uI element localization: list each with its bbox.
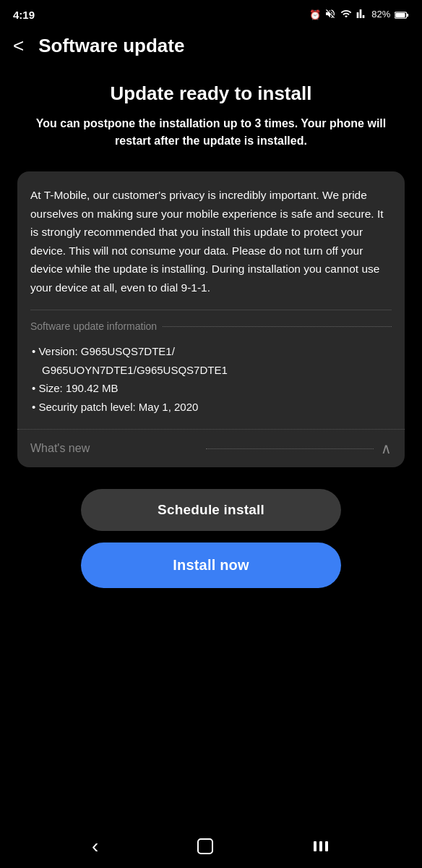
mute-icon <box>324 8 336 22</box>
nav-bar: ‹ <box>0 825 422 868</box>
detail-security-patch: • Security patch level: May 1, 2020 <box>30 398 392 417</box>
update-title: Update ready to install <box>17 82 405 105</box>
schedule-install-button[interactable]: Schedule install <box>81 489 341 531</box>
battery-text: 82% <box>371 9 409 20</box>
software-info-label: Software update information <box>30 320 157 332</box>
buttons-area: Schedule install Install now <box>0 467 422 603</box>
detail-size: • Size: 190.42 MB <box>30 379 392 398</box>
svg-rect-4 <box>314 841 316 851</box>
info-text: At T-Mobile, our customer's privacy is i… <box>30 186 392 297</box>
nav-recents-button[interactable] <box>297 831 345 861</box>
svg-rect-3 <box>198 839 212 854</box>
chevron-up-icon: ∧ <box>381 440 392 457</box>
wifi-icon <box>340 8 353 22</box>
install-now-button[interactable]: Install now <box>81 542 341 588</box>
status-time: 4:19 <box>13 9 35 21</box>
whats-new-label: What's new <box>30 442 199 455</box>
software-info-section: Software update information <box>30 310 392 339</box>
svg-rect-5 <box>319 841 322 851</box>
back-button[interactable]: < <box>7 33 30 58</box>
whats-new-section[interactable]: What's new ∧ <box>17 429 405 467</box>
update-details: • Version: G965USQS7DTE1/ G965UOYN7DTE1/… <box>30 339 392 429</box>
alarm-icon: ⏰ <box>309 9 321 20</box>
status-icons: ⏰ 82% <box>309 8 409 22</box>
page-title: Software update <box>38 35 184 57</box>
nav-home-button[interactable] <box>181 831 229 861</box>
whats-new-divider <box>206 448 374 449</box>
svg-rect-2 <box>395 13 405 17</box>
toolbar: < Software update <box>0 26 422 68</box>
update-subtitle: You can postpone the installation up to … <box>17 115 405 150</box>
signal-icon <box>356 8 368 22</box>
svg-rect-1 <box>407 14 409 17</box>
main-content: Update ready to install You can postpone… <box>0 68 422 467</box>
divider-line <box>163 326 392 327</box>
svg-rect-6 <box>325 841 328 851</box>
info-card: At T-Mobile, our customer's privacy is i… <box>17 171 405 467</box>
detail-version-line1: • Version: G965USQS7DTE1/ <box>30 342 392 361</box>
status-bar: 4:19 ⏰ 82% <box>0 0 422 26</box>
detail-version-line2: G965UOYN7DTE1/G965USQS7DTE1 <box>30 361 392 380</box>
nav-back-button[interactable]: ‹ <box>77 829 113 864</box>
